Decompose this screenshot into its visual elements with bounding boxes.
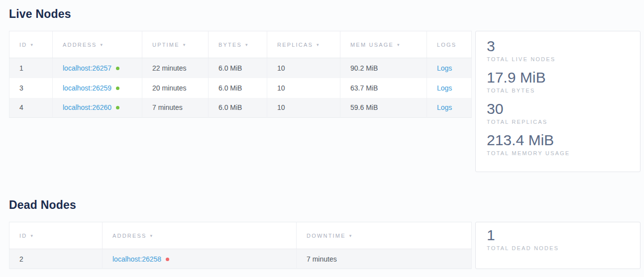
stat-total-live-nodes: 3 TOTAL LIVE NODES: [487, 37, 629, 62]
node-uptime-cell: 7 minutes: [142, 98, 209, 118]
stat-value: 213.4 MiB: [487, 131, 629, 149]
table-row: 1 localhost:26257 22 minutes 6.0 MiB 10 …: [9, 58, 472, 78]
stat-label: TOTAL BYTES: [487, 88, 629, 93]
node-mem-usage-cell: 59.6 MiB: [340, 98, 427, 118]
nodes-page: Live Nodes ID▾ ADDRESS▾ UPTIME▾ BYTES▾ R…: [0, 0, 644, 269]
column-header-label: BYTES: [218, 42, 242, 48]
column-header-bytes[interactable]: BYTES▾: [209, 31, 267, 58]
node-id-cell: 1: [9, 58, 53, 78]
node-logs-cell: Logs: [427, 98, 472, 118]
node-address-link[interactable]: localhost:26259: [63, 84, 111, 92]
live-nodes-table: ID▾ ADDRESS▾ UPTIME▾ BYTES▾ REPLICAS▾ ME…: [9, 31, 471, 118]
live-table-header-row: ID▾ ADDRESS▾ UPTIME▾ BYTES▾ REPLICAS▾ ME…: [9, 31, 472, 58]
node-replicas-cell: 10: [267, 58, 340, 78]
node-address-link[interactable]: localhost:26260: [63, 103, 111, 111]
column-header-logs: LOGS: [427, 31, 472, 58]
stat-value: 30: [487, 100, 629, 118]
live-status-icon: [116, 67, 119, 70]
node-id-cell: 3: [9, 78, 53, 98]
node-bytes-cell: 6.0 MiB: [209, 58, 267, 78]
column-header-label: ADDRESS: [112, 233, 147, 239]
logs-link[interactable]: Logs: [437, 64, 452, 72]
sort-arrow-icon: ▾: [397, 42, 401, 47]
table-row: 3 localhost:26259 20 minutes 6.0 MiB 10 …: [9, 78, 472, 98]
stat-label: TOTAL LIVE NODES: [487, 56, 629, 62]
stat-value: 17.9 MiB: [487, 69, 629, 87]
node-mem-usage-cell: 90.2 MiB: [340, 58, 427, 78]
column-header-address[interactable]: ADDRESS▾: [53, 31, 142, 58]
sort-arrow-icon: ▾: [349, 233, 353, 238]
stat-label: TOTAL MEMORY USAGE: [487, 150, 629, 156]
column-header-id[interactable]: ID▾: [9, 222, 103, 249]
stat-label: TOTAL DEAD NODES: [487, 245, 629, 251]
dead-nodes-table: ID▾ ADDRESS▾ DOWNTIME▾ 2 localhost:26258…: [9, 222, 471, 269]
stat-label: TOTAL REPLICAS: [487, 119, 629, 125]
node-address-cell: localhost:26259: [53, 78, 142, 98]
node-downtime-cell: 7 minutes: [297, 249, 472, 269]
column-header-label: ADDRESS: [63, 42, 97, 48]
dead-table-header-row: ID▾ ADDRESS▾ DOWNTIME▾: [9, 222, 472, 249]
column-header-address[interactable]: ADDRESS▾: [103, 222, 297, 249]
column-header-label: REPLICAS: [277, 42, 313, 48]
sort-arrow-icon: ▾: [101, 42, 104, 47]
node-id-cell: 2: [9, 249, 103, 269]
node-replicas-cell: 10: [267, 98, 340, 118]
live-nodes-summary-card: 3 TOTAL LIVE NODES 17.9 MiB TOTAL BYTES …: [475, 31, 641, 172]
node-uptime-cell: 22 minutes: [142, 58, 209, 78]
stat-value: 3: [487, 37, 629, 55]
stat-total-dead-nodes: 1 TOTAL DEAD NODES: [487, 226, 629, 251]
node-bytes-cell: 6.0 MiB: [209, 78, 267, 98]
logs-link[interactable]: Logs: [437, 103, 452, 111]
live-status-icon: [116, 106, 119, 109]
node-id-cell: 4: [9, 98, 53, 118]
stat-value: 1: [487, 226, 629, 244]
node-logs-cell: Logs: [427, 58, 472, 78]
column-header-mem-usage[interactable]: MEM USAGE▾: [340, 31, 427, 58]
live-status-icon: [116, 87, 119, 90]
node-replicas-cell: 10: [267, 78, 340, 98]
node-address-cell: localhost:26260: [53, 98, 142, 118]
node-bytes-cell: 6.0 MiB: [209, 98, 267, 118]
column-header-label: DOWNTIME: [307, 233, 346, 239]
node-uptime-cell: 20 minutes: [142, 78, 209, 98]
column-header-uptime[interactable]: UPTIME▾: [142, 31, 209, 58]
column-header-downtime[interactable]: DOWNTIME▾: [297, 222, 472, 249]
column-header-label: MEM USAGE: [350, 42, 394, 48]
column-header-label: ID: [19, 42, 27, 48]
column-header-label: LOGS: [437, 42, 456, 48]
sort-arrow-icon: ▾: [150, 233, 154, 238]
sort-arrow-icon: ▾: [30, 233, 34, 238]
stat-total-replicas: 30 TOTAL REPLICAS: [487, 100, 629, 125]
node-logs-cell: Logs: [427, 78, 472, 98]
live-nodes-section: ID▾ ADDRESS▾ UPTIME▾ BYTES▾ REPLICAS▾ ME…: [9, 31, 641, 172]
sort-arrow-icon: ▾: [183, 42, 187, 47]
node-address-link[interactable]: localhost:26258: [112, 255, 161, 263]
node-address-cell: localhost:26258: [103, 249, 297, 269]
sort-arrow-icon: ▾: [245, 42, 249, 47]
dead-nodes-section: ID▾ ADDRESS▾ DOWNTIME▾ 2 localhost:26258…: [9, 222, 641, 269]
column-header-replicas[interactable]: REPLICAS▾: [267, 31, 340, 58]
column-header-label: ID: [19, 233, 27, 239]
live-nodes-title: Live Nodes: [9, 7, 641, 21]
dead-nodes-title: Dead Nodes: [9, 198, 641, 212]
dead-nodes-summary-card: 1 TOTAL DEAD NODES: [475, 222, 641, 269]
sort-arrow-icon: ▾: [317, 42, 320, 47]
stat-total-bytes: 17.9 MiB TOTAL BYTES: [487, 69, 629, 93]
column-header-id[interactable]: ID▾: [9, 31, 53, 58]
sort-arrow-icon: ▾: [30, 42, 34, 47]
table-row: 2 localhost:26258 7 minutes: [9, 249, 472, 269]
column-header-label: UPTIME: [152, 42, 180, 48]
node-address-cell: localhost:26257: [53, 58, 142, 78]
dead-status-icon: [166, 258, 169, 261]
stat-total-memory-usage: 213.4 MiB TOTAL MEMORY USAGE: [487, 131, 629, 156]
node-mem-usage-cell: 63.7 MiB: [340, 78, 427, 98]
logs-link[interactable]: Logs: [437, 84, 452, 92]
node-address-link[interactable]: localhost:26257: [63, 64, 111, 72]
table-row: 4 localhost:26260 7 minutes 6.0 MiB 10 5…: [9, 98, 472, 118]
